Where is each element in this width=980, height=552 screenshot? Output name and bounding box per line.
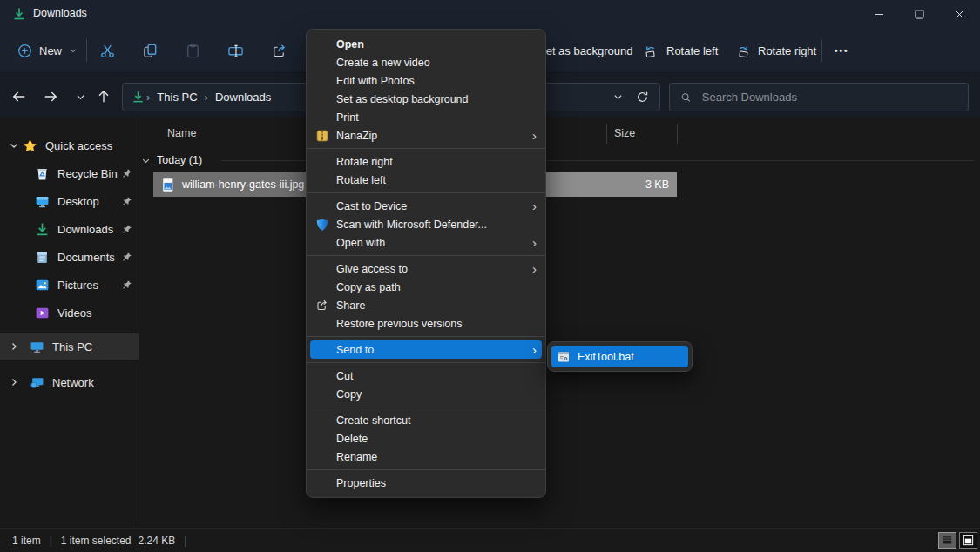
- refresh-button[interactable]: [636, 91, 649, 104]
- close-button[interactable]: [939, 0, 979, 28]
- context-menu-item-open[interactable]: Open: [307, 35, 545, 53]
- breadcrumb-this-pc[interactable]: This PC: [152, 91, 202, 104]
- paste-button[interactable]: [182, 40, 203, 61]
- desktop-icon: [35, 194, 50, 209]
- submenu-arrow-icon: ›: [532, 262, 537, 275]
- context-menu-item-rename[interactable]: Rename: [307, 448, 545, 466]
- sidebar-item-label: This PC: [52, 340, 92, 353]
- rotate-right-button[interactable]: Rotate right: [734, 38, 816, 63]
- status-bar: 1 item | 1 item selected 2.24 KB |: [0, 528, 980, 552]
- chevron-down-icon[interactable]: [141, 156, 151, 165]
- column-divider[interactable]: [677, 124, 678, 144]
- context-menu-item-create-a-new-video[interactable]: Create a new video: [307, 53, 545, 71]
- search-icon: [680, 91, 692, 104]
- context-menu-item-print[interactable]: Print: [307, 108, 545, 126]
- context-menu-item-set-as-desktop-background[interactable]: Set as desktop background: [307, 90, 545, 108]
- up-button[interactable]: [90, 84, 118, 110]
- copy-icon: [142, 43, 159, 59]
- sidebar-item-label: Quick access: [45, 139, 112, 152]
- search-input[interactable]: [700, 90, 957, 104]
- search-box[interactable]: [669, 83, 969, 111]
- menu-separator: [307, 255, 545, 256]
- column-header-size[interactable]: Size: [614, 122, 635, 145]
- sidebar-item-network[interactable]: Network: [0, 369, 139, 395]
- context-menu-item-scan-with-microsoft-defender[interactable]: Scan with Microsoft Defender...: [307, 215, 545, 233]
- downloads-folder-icon: [12, 7, 26, 21]
- details-view-icon: [942, 535, 953, 546]
- context-menu-item-copy-as-path[interactable]: Copy as path: [307, 278, 545, 296]
- new-button[interactable]: New: [10, 38, 84, 63]
- context-menu-item-edit-with-photos[interactable]: Edit with Photos: [307, 71, 545, 90]
- maximize-button[interactable]: [899, 0, 939, 28]
- chevron-right-icon[interactable]: [9, 341, 19, 352]
- pin-icon: [121, 252, 132, 263]
- rename-button[interactable]: [225, 40, 246, 61]
- context-menu-item-delete[interactable]: Delete: [307, 429, 545, 448]
- group-header-today[interactable]: Today (1): [141, 150, 202, 171]
- details-view-button[interactable]: [938, 532, 956, 549]
- file-size: 3 KB: [645, 178, 669, 191]
- chevron-down-icon[interactable]: [9, 140, 19, 151]
- context-menu-item-rotate-left[interactable]: Rotate left: [307, 171, 545, 189]
- back-button[interactable]: [5, 84, 33, 110]
- copy-button[interactable]: [139, 40, 160, 61]
- context-menu-item-create-shortcut[interactable]: Create shortcut: [307, 411, 545, 429]
- context-menu-item-cut[interactable]: Cut: [307, 367, 545, 385]
- share-icon: [315, 299, 329, 313]
- chevron-down-icon: [69, 46, 78, 55]
- status-item-count: 1 item: [12, 535, 41, 547]
- submenu-item-label: ExifTool.bat: [578, 351, 634, 363]
- sidebar-item-desktop[interactable]: Desktop: [0, 188, 139, 214]
- ellipsis-icon: •••: [835, 46, 849, 56]
- context-menu-item-send-to[interactable]: Send to›: [310, 340, 542, 359]
- rotate-left-button[interactable]: Rotate left: [643, 38, 718, 63]
- image-file-icon: [160, 178, 175, 192]
- rotate-left-icon: [643, 43, 659, 59]
- context-menu-item-properties[interactable]: Properties: [307, 474, 545, 492]
- sidebar-item-label: Videos: [57, 306, 92, 320]
- see-more-button[interactable]: •••: [835, 44, 849, 57]
- file-name: william-henry-gates-iii.jpg: [182, 178, 304, 191]
- chevron-right-icon[interactable]: [9, 377, 19, 387]
- sidebar-quick-access[interactable]: Quick access: [0, 132, 139, 158]
- submenu-item-exiftool-bat[interactable]: ExifTool.bat: [551, 346, 688, 367]
- context-menu-item-open-with[interactable]: Open with›: [307, 233, 545, 252]
- breadcrumb-downloads[interactable]: Downloads: [210, 91, 276, 104]
- menu-separator: [307, 407, 545, 407]
- rotate-right-icon: [734, 43, 751, 59]
- downloads-icon: [35, 222, 50, 237]
- chevron-down-icon: [75, 91, 86, 103]
- column-divider[interactable]: [606, 124, 607, 144]
- pin-icon: [121, 196, 132, 207]
- sidebar-item-recycle-bin[interactable]: Recycle Bin: [0, 160, 139, 186]
- cut-button[interactable]: [97, 40, 118, 61]
- sidebar-item-this-pc[interactable]: This PC: [0, 333, 139, 360]
- sidebar-item-pictures[interactable]: Pictures: [0, 272, 139, 298]
- context-menu-item-share[interactable]: Share: [307, 296, 545, 314]
- context-menu-item-nanazip[interactable]: NanaZip›: [307, 126, 545, 145]
- set-as-background-button[interactable]: Set as background: [538, 44, 632, 57]
- minimize-button[interactable]: [859, 0, 899, 28]
- thumbnail-view-button[interactable]: [959, 532, 977, 549]
- maximize-icon: [915, 10, 924, 19]
- context-menu-item-cast-to-device[interactable]: Cast to Device›: [307, 197, 545, 215]
- thumbnail-view-icon: [963, 535, 974, 546]
- pin-icon: [121, 279, 132, 291]
- sidebar-item-videos[interactable]: Videos: [0, 300, 139, 326]
- close-icon: [955, 10, 964, 19]
- sidebar-item-label: Recycle Bin: [57, 167, 118, 180]
- share-button[interactable]: [268, 40, 289, 61]
- context-menu-item-restore-previous-versions[interactable]: Restore previous versions: [307, 314, 545, 333]
- context-menu-item-give-access-to[interactable]: Give access to›: [307, 259, 545, 278]
- address-dropdown-button[interactable]: [612, 91, 624, 103]
- context-menu-item-copy[interactable]: Copy: [307, 385, 545, 403]
- menu-separator: [307, 362, 545, 363]
- sidebar-item-label: Network: [52, 376, 94, 389]
- window-title: Downloads: [33, 7, 87, 19]
- column-header-name[interactable]: Name: [167, 122, 196, 145]
- context-menu-item-rotate-right[interactable]: Rotate right: [307, 152, 545, 171]
- sidebar-item-downloads[interactable]: Downloads: [0, 216, 139, 242]
- sidebar-item-documents[interactable]: Documents: [0, 244, 139, 270]
- forward-button[interactable]: [37, 84, 64, 110]
- sidebar-item-label: Desktop: [57, 195, 99, 208]
